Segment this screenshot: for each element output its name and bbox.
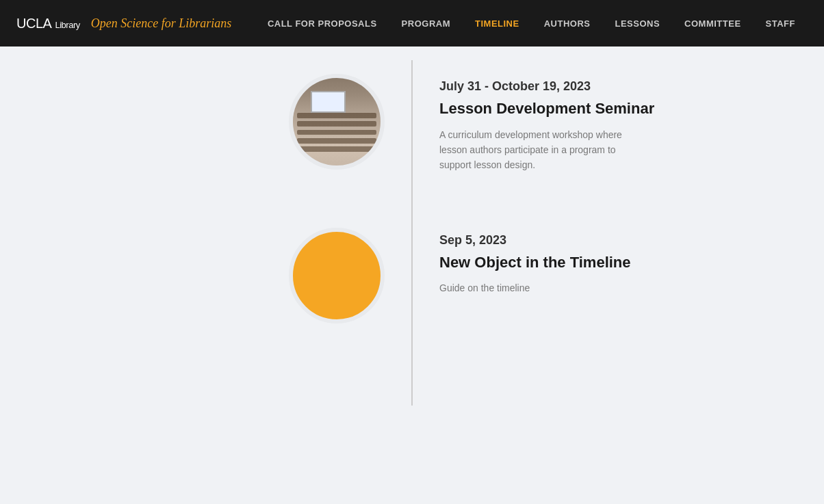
site-tagline: Open Science for Librarians — [91, 16, 231, 31]
timeline-item-2: Sep 5, 2023 New Object in the Timeline G… — [104, 228, 720, 323]
lecture-row-5 — [297, 146, 376, 152]
main-content: July 31 - October 19, 2023 Lesson Develo… — [0, 47, 824, 504]
nav-item-timeline[interactable]: TIMELINE — [463, 17, 532, 29]
nav-item-staff[interactable]: STAFF — [754, 17, 808, 29]
nav-link-program[interactable]: PROGRAM — [389, 18, 463, 29]
nav-item-call-for-proposals[interactable]: CALL FOR PROPOSALS — [255, 17, 389, 29]
timeline-item-2-text: Sep 5, 2023 New Object in the Timeline G… — [439, 228, 720, 296]
ucla-bold: UCLA — [16, 16, 51, 31]
library-text: Library — [53, 20, 79, 30]
timeline-item-1-content: July 31 - October 19, 2023 Lesson Develo… — [412, 74, 720, 173]
nav-link-authors[interactable]: AUTHORS — [532, 18, 603, 29]
navbar: UCLA Library Open Science for Librarians… — [0, 0, 824, 47]
timeline-item-1-image-side — [104, 74, 412, 170]
timeline-item-2-description: Guide on the timeline — [439, 280, 645, 295]
nav-link-timeline[interactable]: TIMELINE — [463, 18, 532, 29]
nav-link-committee[interactable]: COMMITTEE — [672, 18, 754, 29]
lecture-hall-image — [293, 78, 381, 165]
timeline-item-2-image-side — [104, 228, 412, 323]
timeline-item-1-circle — [289, 74, 385, 170]
lecture-screen — [311, 91, 346, 113]
timeline-item-2-circle — [289, 228, 385, 323]
nav-item-lessons[interactable]: LESSONS — [602, 17, 672, 29]
lecture-row-1 — [297, 113, 376, 118]
nav-item-authors[interactable]: AUTHORS — [532, 17, 603, 29]
lecture-row-3 — [297, 130, 376, 135]
timeline-item-1: July 31 - October 19, 2023 Lesson Develo… — [104, 74, 720, 173]
nav-links: CALL FOR PROPOSALS PROGRAM TIMELINE AUTH… — [255, 17, 808, 29]
timeline-item-1-text: July 31 - October 19, 2023 Lesson Develo… — [439, 74, 720, 173]
timeline-item-1-description: A curriculum development workshop where … — [439, 127, 645, 173]
site-logo[interactable]: UCLA Library — [16, 16, 80, 31]
nav-link-lessons[interactable]: LESSONS — [602, 18, 672, 29]
timeline-item-1-date: July 31 - October 19, 2023 — [439, 79, 720, 94]
lecture-row-2 — [297, 121, 376, 127]
timeline-item-1-title: Lesson Development Seminar — [439, 99, 720, 119]
nav-link-staff[interactable]: STAFF — [754, 18, 808, 29]
lecture-rows — [297, 113, 376, 157]
timeline-item-2-date: Sep 5, 2023 — [439, 233, 720, 248]
timeline-container: July 31 - October 19, 2023 Lesson Develo… — [104, 60, 720, 406]
nav-item-committee[interactable]: COMMITTEE — [672, 17, 754, 29]
timeline-item-2-title: New Object in the Timeline — [439, 253, 720, 273]
ucla-text: UCLA Library — [16, 16, 80, 31]
nav-link-call-for-proposals[interactable]: CALL FOR PROPOSALS — [255, 18, 389, 29]
lecture-bg — [293, 78, 381, 165]
timeline-item-2-content: Sep 5, 2023 New Object in the Timeline G… — [412, 228, 720, 296]
lecture-row-4 — [297, 138, 376, 144]
nav-item-program[interactable]: PROGRAM — [389, 17, 463, 29]
